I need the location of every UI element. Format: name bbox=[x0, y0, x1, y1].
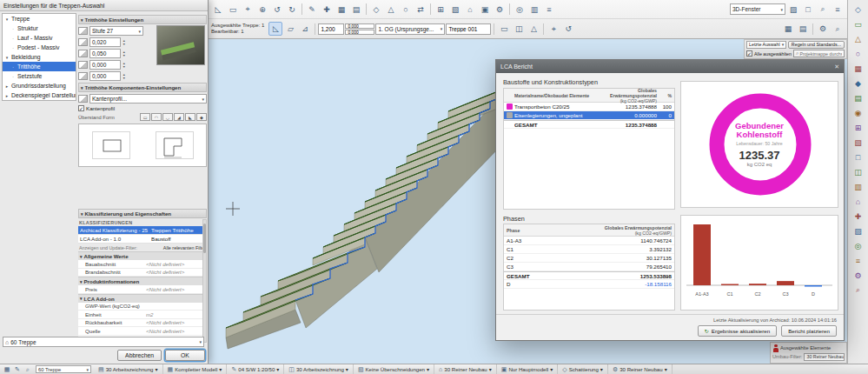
cancel-button[interactable]: Abbrechen bbox=[117, 350, 162, 361]
toolbar-icon[interactable]: △ bbox=[384, 3, 398, 17]
tree-item-tritthöhe[interactable]: ·Tritthöhe bbox=[3, 62, 76, 71]
property-row[interactable]: Preis<Nicht definiert> bbox=[78, 285, 207, 294]
profile-preview-detailed[interactable] bbox=[156, 131, 194, 159]
offset-field-2[interactable] bbox=[345, 30, 374, 35]
toolbar-icon[interactable]: ◇ bbox=[369, 3, 383, 17]
overhang-shape-button[interactable]: ◡ bbox=[162, 113, 173, 121]
view-dropdown[interactable]: 3D-Fenster ▾ bbox=[730, 3, 785, 15]
toolbar-icon[interactable]: ⚙ bbox=[493, 3, 507, 17]
lca-dialog-titlebar[interactable]: LCA Bericht ✕ bbox=[496, 60, 844, 73]
field-spinner[interactable]: ▲▼ bbox=[123, 73, 129, 80]
phase-row[interactable]: C13.392132 bbox=[504, 245, 674, 254]
toolbar-icon[interactable]: ⌖ bbox=[241, 3, 255, 17]
tree-item-podest-massiv[interactable]: ·Podest - Massiv bbox=[3, 43, 76, 52]
checkbox-icon[interactable]: ✓ bbox=[746, 50, 752, 57]
toolbar-icon[interactable]: ▭ bbox=[226, 3, 240, 17]
spin-down-icon[interactable]: ▼ bbox=[123, 65, 129, 69]
property-row[interactable]: Brandabschnitt<Nicht definiert> bbox=[78, 269, 207, 277]
spin-down-icon[interactable]: ▼ bbox=[123, 43, 129, 46]
offset-field-1[interactable] bbox=[345, 23, 374, 29]
tree-item-setzstufe[interactable]: ·Setzstufe bbox=[3, 71, 76, 81]
layer-selector-dropdown[interactable]: ⌂ 60 Treppe ▾ bbox=[3, 337, 204, 347]
tree-item-lauf-massiv[interactable]: ·Lauf - Massiv bbox=[3, 33, 76, 43]
overhang-shape-button[interactable]: ◆ bbox=[196, 113, 207, 121]
edge-profile-dropdown[interactable]: Kantenprofil... ▾ bbox=[89, 94, 207, 104]
section-header-classification[interactable]: ▾ Klassifizierung und Eigenschaften bbox=[78, 209, 207, 218]
quickbar-segment[interactable]: ⚙30 Reiner Neubau▾ bbox=[608, 364, 673, 374]
ok-button[interactable]: OK bbox=[165, 350, 205, 361]
field-spinner[interactable]: ▲▼ bbox=[123, 39, 129, 46]
toolbar-icon[interactable]: ◺ bbox=[211, 3, 225, 17]
classification-row[interactable]: Archicad Klassifizierung - 25Treppen Tri… bbox=[78, 226, 207, 235]
toolbar-icon[interactable]: ↺ bbox=[561, 22, 575, 36]
phase-row[interactable]: D-18.158116 bbox=[504, 280, 674, 289]
toolbar-icon[interactable]: ▦ bbox=[781, 22, 795, 36]
toolbar-icon[interactable]: ▣ bbox=[478, 3, 492, 17]
spin-down-icon[interactable]: ▼ bbox=[123, 54, 129, 57]
quickbar-segment[interactable]: ▦Kompletter Modell▾ bbox=[163, 364, 228, 374]
toolbox-icon[interactable]: ▨ bbox=[851, 224, 865, 237]
toolbox-icon[interactable]: ▧ bbox=[851, 136, 865, 149]
tread-dimension-field[interactable]: 0,000 bbox=[89, 71, 121, 81]
phase-row[interactable]: GESAMT1253.533898 bbox=[504, 271, 674, 280]
toolbar-icon[interactable]: ↺ bbox=[270, 3, 284, 17]
toolbox-icon[interactable]: ○ bbox=[851, 47, 865, 60]
field-spinner[interactable]: ▲▼ bbox=[123, 62, 129, 69]
toolbar-icon[interactable]: ⇄ bbox=[414, 3, 427, 17]
scrollbar-thumb[interactable] bbox=[203, 224, 206, 253]
toolbar-icon[interactable]: ▧ bbox=[448, 3, 462, 17]
classification-row[interactable]: LCA Add-on - 1.0Baustoff bbox=[78, 235, 207, 244]
toolbar-icon[interactable]: ▥ bbox=[527, 3, 541, 17]
section-header-tread-components[interactable]: ▾ Tritthöhe Komponenten-Einstellungen bbox=[78, 83, 207, 92]
toolbar-icon[interactable]: □ bbox=[801, 3, 815, 17]
properties-scrollbar[interactable] bbox=[202, 219, 207, 343]
toolbar-icon[interactable]: ✚ bbox=[320, 3, 334, 17]
storey-dropdown[interactable]: 1. OG (Ursprungsge... ▾ bbox=[375, 23, 445, 35]
toolbox-icon[interactable]: △ bbox=[851, 32, 865, 45]
tree-item-grundrissdarstellung[interactable]: ▸Grundrissdarstellung bbox=[3, 81, 76, 90]
toolbox-icon[interactable]: ⊞ bbox=[851, 121, 865, 134]
overhang-shape-button[interactable]: ◠ bbox=[151, 113, 162, 121]
material-row[interactable]: Transportbeton C20/251235.374888100 bbox=[504, 103, 674, 111]
toolbox-icon[interactable]: ◎ bbox=[851, 239, 865, 252]
quickbar-segment[interactable]: ▣Nur Hauptmodell▾ bbox=[497, 364, 558, 374]
property-row[interactable]: Bauabschnitt<Nicht definiert> bbox=[78, 260, 207, 269]
toolbox-icon[interactable]: □ bbox=[851, 150, 865, 164]
toolbar-icon[interactable]: ▤ bbox=[349, 3, 363, 17]
toolbar-icon[interactable]: ▭ bbox=[497, 22, 511, 36]
toolbar-icon[interactable]: ≡ bbox=[831, 3, 845, 17]
material-row[interactable]: GESAMT1235.374888 bbox=[504, 120, 674, 129]
toolbox-icon[interactable]: ⌕ bbox=[851, 284, 865, 297]
toolbox-icon[interactable]: ⌂ bbox=[851, 195, 865, 208]
tree-item-treppe[interactable]: ▾Treppe bbox=[3, 14, 76, 23]
toolbar-icon[interactable]: ⊿ bbox=[298, 22, 312, 36]
stair-name-field[interactable] bbox=[446, 23, 491, 35]
quickbar-segment[interactable]: ▤30 Arbeitszeichnung▾ bbox=[94, 364, 163, 374]
toolbar-icon[interactable]: ↻ bbox=[285, 3, 299, 17]
toolbar-icon[interactable]: ✎ bbox=[305, 3, 319, 17]
checkbox-icon[interactable]: ✓ bbox=[78, 105, 84, 111]
quickbar-segment[interactable]: ▧Keine Überschneidungen▾ bbox=[354, 364, 434, 374]
toolbox-icon[interactable]: ◇ bbox=[851, 3, 865, 16]
toolbox-icon[interactable]: ◉ bbox=[851, 106, 865, 119]
field-spinner[interactable]: ▲▼ bbox=[123, 50, 129, 57]
riser-height-field[interactable] bbox=[318, 23, 344, 35]
place-report-button[interactable]: Bericht platzieren bbox=[781, 325, 837, 337]
toolbar-icon[interactable]: ◫ bbox=[512, 22, 526, 36]
rules-standards-button[interactable]: Regeln und Standards... bbox=[788, 41, 845, 49]
phase-row[interactable]: C379.265410 bbox=[504, 263, 674, 271]
overhang-shape-button[interactable]: ◢ bbox=[174, 113, 184, 121]
toolbar-icon[interactable]: ⚙ bbox=[816, 22, 830, 36]
toolbar-icon[interactable]: ◺ bbox=[268, 22, 282, 36]
statusbar-icon[interactable]: ⌕ bbox=[23, 365, 33, 374]
toolbar-icon[interactable]: ▤ bbox=[796, 22, 810, 36]
tree-item-bekleidung[interactable]: ▾Bekleidung bbox=[3, 52, 76, 62]
search-input[interactable] bbox=[799, 51, 842, 57]
property-row[interactable]: GWP-Wert (kgCO2-eq) bbox=[78, 303, 207, 311]
section-header-tread-settings[interactable]: ▾ Tritthöhe Einstellungen bbox=[78, 15, 207, 24]
quick-layer-selector[interactable]: 60 Treppe▾ bbox=[36, 365, 91, 373]
toolbar-icon[interactable]: ▦ bbox=[335, 3, 348, 17]
toolbar-icon[interactable]: ⌕ bbox=[816, 3, 830, 17]
profile-preview-simple[interactable] bbox=[92, 131, 130, 159]
phase-row[interactable]: C230.127135 bbox=[504, 254, 674, 263]
